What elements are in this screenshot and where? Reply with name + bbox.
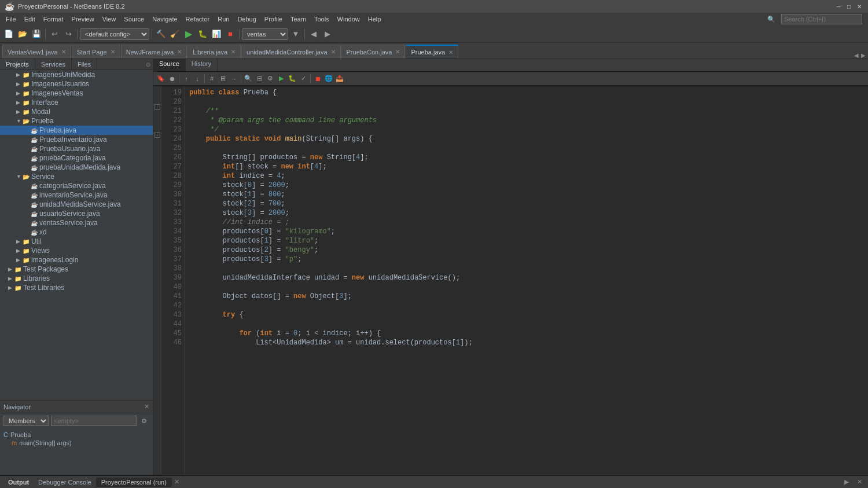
navigator-filter-input[interactable] — [51, 416, 137, 426]
tab-libreria[interactable]: Libreria.java ✕ — [187, 45, 241, 58]
tree-item-usuarioservice[interactable]: ☕ usuarioService.java — [0, 209, 153, 218]
clean-build-button[interactable]: 🧹 — [168, 28, 181, 41]
close-icon[interactable]: ✕ — [177, 49, 182, 55]
tree-item-testpackages[interactable]: ▶ 📁 Test Packages — [0, 265, 153, 274]
close-button[interactable]: ✕ — [855, 2, 863, 10]
menu-source[interactable]: Source — [120, 14, 148, 24]
navigator-options-button[interactable]: ⚙ — [139, 416, 149, 426]
menu-view[interactable]: View — [99, 14, 120, 24]
settings-btn[interactable]: ⚙ — [265, 74, 275, 84]
tab-unidadmedida[interactable]: unidadMedidaController.java ✕ — [241, 45, 340, 58]
menu-help[interactable]: Help — [365, 14, 385, 24]
next-bookmark-btn[interactable]: ↓ — [192, 74, 203, 84]
config-selector[interactable]: <default config> — [80, 28, 149, 40]
tree-item-categoriaservice[interactable]: ☕ categoriaService.java — [0, 181, 153, 190]
nav-item-prueba[interactable]: C Prueba — [3, 431, 149, 439]
tab-ventasview[interactable]: VentasView1.java ✕ — [2, 45, 71, 58]
menu-profile[interactable]: Profile — [261, 14, 286, 24]
tree-item-imagenesusuarios[interactable]: ▶ 📁 ImagenesUsuarios — [0, 79, 153, 89]
goto-btn[interactable]: → — [229, 74, 239, 84]
menu-navigate[interactable]: Navigate — [149, 14, 181, 24]
tree-item-modal[interactable]: ▶ 📁 Modal — [0, 107, 153, 116]
save-button[interactable]: 💾 — [30, 28, 43, 41]
close-icon[interactable]: ✕ — [231, 49, 236, 55]
tree-item-pruebacategoria[interactable]: ☕ pruebaCategoria.java — [0, 153, 153, 163]
output-clear-btn[interactable]: ✕ — [854, 477, 865, 487]
menu-window[interactable]: Window — [334, 14, 363, 24]
run-target-menu[interactable]: ▼ — [289, 28, 302, 41]
scroll-tabs-right[interactable]: ▶ — [861, 52, 866, 58]
forward-button[interactable]: ▶ — [321, 28, 334, 41]
test-file-btn[interactable]: ✓ — [298, 74, 308, 84]
tab-pruebacon[interactable]: PruebaCon.java ✕ — [341, 45, 406, 58]
tree-item-ventasservice[interactable]: ☕ ventasService.java — [0, 218, 153, 228]
tab-source[interactable]: Source — [153, 59, 186, 71]
debug-project-button[interactable]: 🐛 — [196, 28, 209, 41]
tree-item-testlibraries[interactable]: ▶ 📁 Test Libraries — [0, 283, 153, 292]
close-icon[interactable]: ✕ — [331, 49, 336, 55]
tree-item-util[interactable]: ▶ 📁 Util — [0, 237, 153, 246]
window-controls[interactable]: ─ □ ✕ — [834, 2, 863, 10]
back-button[interactable]: ◀ — [307, 28, 320, 41]
tree-item-pruebainventario[interactable]: ☕ PruebaInventario.java — [0, 135, 153, 144]
sidebar-tab-files[interactable]: Files — [72, 59, 97, 69]
menu-refactor[interactable]: Refactor — [182, 14, 214, 24]
menu-edit[interactable]: Edit — [21, 14, 39, 24]
tree-item-service-folder[interactable]: ▼ 📂 Service — [0, 172, 153, 181]
tab-debugger-console[interactable]: Debugger Console — [34, 478, 97, 487]
stop-button[interactable]: ■ — [224, 28, 237, 41]
close-icon[interactable]: ✕ — [61, 49, 66, 55]
tree-item-prueba-folder[interactable]: ▼ 📂 Prueba — [0, 116, 153, 126]
toggle-breakpoints-btn[interactable]: ⏺ — [167, 74, 177, 84]
scroll-tabs-left[interactable]: ◀ — [854, 52, 859, 58]
tree-item-libraries[interactable]: ▶ 📁 Libraries — [0, 274, 153, 283]
code-area[interactable]: public class Prueba { /** * @param args … — [185, 86, 868, 475]
maximize-button[interactable]: □ — [845, 2, 853, 10]
minimize-button[interactable]: ─ — [834, 2, 843, 10]
toggle-linenums-btn[interactable]: # — [207, 74, 217, 84]
output-btn[interactable]: 📤 — [334, 74, 345, 84]
tab-history[interactable]: History — [186, 59, 218, 71]
tree-item-unidadmedidaservice[interactable]: ☕ unidadMedidaService.java — [0, 200, 153, 209]
sidebar-tab-services[interactable]: Services — [35, 59, 72, 69]
tree-item-views[interactable]: ▶ 📁 Views — [0, 246, 153, 255]
tab-prueba[interactable]: Prueba.java ✕ — [406, 45, 458, 58]
new-button[interactable]: 📄 — [2, 28, 15, 41]
close-icon[interactable]: ✕ — [395, 49, 400, 55]
members-selector[interactable]: Members — [3, 416, 49, 426]
nav-item-main[interactable]: m main(String[] args) — [3, 439, 149, 447]
tree-item-pruebaunidadmedida[interactable]: ☕ pruebaUnidadMedida.java — [0, 163, 153, 172]
profile-project-button[interactable]: 📊 — [210, 28, 223, 41]
close-icon[interactable]: ✕ — [111, 49, 115, 55]
open-button[interactable]: 📂 — [16, 28, 29, 41]
tab-newjframe[interactable]: NewJFrame.java ✕ — [121, 45, 187, 58]
run-project-button[interactable]: ▶ — [182, 28, 195, 41]
run-target-selector[interactable]: ventas — [242, 28, 288, 40]
menu-file[interactable]: File — [2, 14, 20, 24]
undo-button[interactable]: ↩ — [48, 28, 61, 41]
menu-preview[interactable]: Preview — [68, 14, 98, 24]
find-btn[interactable]: 🔍 — [243, 74, 253, 84]
tree-item-interface[interactable]: ▶ 📁 Interface — [0, 98, 153, 107]
tree-item-inventarioservice[interactable]: ☕ inventarioService.java — [0, 190, 153, 200]
menu-tools[interactable]: Tools — [311, 14, 333, 24]
tree-item-imageneslogin[interactable]: ▶ 📁 imagenesLogin — [0, 255, 153, 265]
menu-debug[interactable]: Debug — [234, 14, 259, 24]
close-icon[interactable]: ✕ — [448, 49, 453, 56]
menu-format[interactable]: Format — [40, 14, 67, 24]
navigator-close-icon[interactable]: ✕ — [144, 403, 149, 410]
sidebar-minimize-icon[interactable]: ⊙ — [146, 61, 150, 68]
toggle-split-btn[interactable]: ⊟ — [254, 74, 264, 84]
tree-item-imagenesunimedia[interactable]: ▶ 📁 ImagenesUniMedida — [0, 70, 153, 79]
prev-bookmark-btn[interactable]: ↑ — [181, 74, 192, 84]
tree-item-imagenesventas[interactable]: ▶ 📁 ImagenesVentas — [0, 89, 153, 98]
toggle-folds-btn[interactable]: ⊞ — [218, 74, 228, 84]
tree-item-prueba-java[interactable]: ☕ Prueba.java — [0, 126, 153, 135]
tab-proyectopersonal-run[interactable]: ProyectoPersonal (run) — [97, 478, 172, 487]
menu-run[interactable]: Run — [214, 14, 233, 24]
redo-button[interactable]: ↪ — [62, 28, 75, 41]
global-search-input[interactable] — [781, 14, 862, 24]
build-button[interactable]: 🔨 — [155, 28, 167, 41]
output-side-icons[interactable]: ▶ — [841, 477, 852, 487]
run-file-btn[interactable]: ▶ — [276, 74, 286, 84]
